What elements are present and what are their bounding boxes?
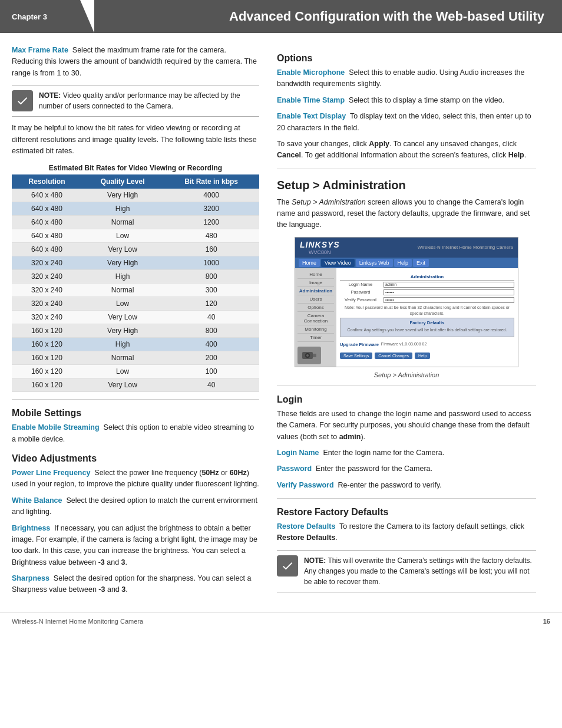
ls-nav-viewvideo[interactable]: View Video <box>321 259 355 267</box>
ls-cam-icon <box>297 347 321 364</box>
ls-login-input[interactable]: admin <box>384 282 514 288</box>
ls-factory-box: Factory Defaults Confirm: Any settings y… <box>340 318 514 337</box>
table-row: 640 x 480High3200 <box>12 202 259 216</box>
ls-sidebar-timer[interactable]: Timer <box>297 334 334 342</box>
50hz-label: 50Hz <box>201 469 219 477</box>
note-content-1: Video quality and/or performance may be … <box>39 91 240 110</box>
enable-timestamp-text: Enable Time Stamp Select this to display… <box>277 95 536 106</box>
divider-4 <box>277 498 536 499</box>
setup-italic: Setup > Administration <box>292 198 366 206</box>
page-title-bar: Advanced Configuration with the Web-base… <box>94 0 562 33</box>
note-box-1: NOTE: Video quality and/or performance m… <box>12 85 259 117</box>
admin-bold: admin <box>339 433 361 441</box>
cancel-label: Cancel <box>277 151 301 159</box>
cancel-note: . To cancel any unsaved changes, click <box>389 140 517 148</box>
ls-device-title: Wireless-N Internet Home Monitoring Came… <box>418 245 513 250</box>
svg-rect-3 <box>313 354 316 357</box>
screenshot-caption: Setup > Administration <box>277 371 536 378</box>
brightness-max: 3 <box>121 558 125 566</box>
ls-nav-linksys[interactable]: Linksys Web <box>356 259 393 267</box>
table-row: 160 x 120Very Low40 <box>12 378 259 392</box>
chapter-label: Chapter 3 <box>12 12 47 21</box>
ls-help-btn[interactable]: Help <box>415 353 430 359</box>
video-adjustments-heading: Video Adjustments <box>12 453 259 464</box>
restore-link: Restore Defaults <box>277 533 335 542</box>
table-title: Estimated Bit Rates for Video Viewing or… <box>12 164 259 172</box>
table-row: 640 x 480Normal1200 <box>12 216 259 229</box>
login-name-term: Login Name <box>277 449 319 457</box>
ls-logo: LINKSYS WVC80N <box>300 240 340 255</box>
ls-button-row: Save Settings Cancel Changes Help <box>340 353 514 359</box>
login-heading: Login <box>277 394 536 405</box>
ls-sidebar-camera[interactable]: Camera Connection <box>297 312 334 325</box>
table-row: 160 x 120Low100 <box>12 365 259 378</box>
ls-main-area: Administration Login Name admin Password… <box>336 268 518 367</box>
restore-heading: Restore Factory Defaults <box>277 507 536 518</box>
table-row: 320 x 240Very Low40 <box>12 311 259 324</box>
bit-rate-table: Resolution Quality Level Bit Rate in kbp… <box>12 174 259 392</box>
ls-sidebar-options[interactable]: Options <box>297 304 334 312</box>
ls-firmware-row: Upgrade Firmware Firmware v1.0.03.008 02 <box>340 340 514 349</box>
sharpness-min: -3 <box>98 585 105 594</box>
ls-sidebar-users[interactable]: Users <box>297 295 334 304</box>
login-name-text: Login Name Enter the login name for the … <box>277 447 536 459</box>
right-column: Options Enable Microphone Select this to… <box>277 45 536 601</box>
svg-point-2 <box>306 354 309 357</box>
password-desc: Enter the password for the Camera. <box>316 465 432 473</box>
ls-admin-title: Administration <box>340 274 514 281</box>
brightness-term: Brightness <box>12 524 50 532</box>
white-balance-text: White Balance Select the desired option … <box>12 495 259 518</box>
note-text-2: NOTE: This will overwrite the Camera's s… <box>304 555 536 587</box>
verify-password-term: Verify Password <box>277 481 334 489</box>
mobile-settings-heading: Mobile Settings <box>12 408 259 419</box>
table-row: 160 x 120High400 <box>12 338 259 351</box>
linksys-screenshot: LINKSYS WVC80N Wireless-N Internet Home … <box>295 237 518 367</box>
ls-nav-home[interactable]: Home <box>299 259 320 267</box>
note-text-1: NOTE: Video quality and/or performance m… <box>39 90 259 111</box>
table-row: 320 x 240Low120 <box>12 297 259 311</box>
login-desc: These fields are used to change the logi… <box>277 409 536 443</box>
power-line-text: Power Line Frequency Select the power li… <box>12 467 259 490</box>
note-label-2: NOTE: <box>304 556 326 565</box>
enable-mobile-term: Enable Mobile Streaming <box>12 423 100 431</box>
ls-header: LINKSYS WVC80N Wireless-N Internet Home … <box>295 238 518 258</box>
ls-password-input[interactable]: •••••• <box>384 289 514 295</box>
divider-1 <box>12 399 259 400</box>
ls-sidebar-image[interactable]: Image <box>297 279 334 287</box>
table-row: 160 x 120Very High800 <box>12 324 259 338</box>
col-quality: Quality Level <box>82 174 163 189</box>
divider-2 <box>277 169 536 169</box>
enable-text-display-text: Enable Text Display To display text on t… <box>277 111 536 134</box>
ls-sidebar-admin[interactable]: Administration <box>297 287 334 295</box>
ls-login-label: Login Name <box>340 282 381 287</box>
bit-rate-table-container: Estimated Bit Rates for Video Viewing or… <box>12 164 259 392</box>
enable-mobile-text: Enable Mobile Streaming Select this opti… <box>12 422 259 445</box>
page-title: Advanced Configuration with the Web-base… <box>229 9 544 24</box>
ls-sidebar-home[interactable]: Home <box>297 271 334 279</box>
period: . <box>524 151 526 159</box>
table-row: 320 x 240Normal300 <box>12 284 259 297</box>
ls-save-btn[interactable]: Save Settings <box>340 353 372 359</box>
ls-password-note: Note: Your password must be less than 32… <box>340 305 514 317</box>
ls-login-row: Login Name admin <box>340 282 514 288</box>
login-name-desc: Enter the login name for the Camera. <box>323 449 445 457</box>
table-body: 640 x 480Very High4000640 x 480High32006… <box>12 189 259 392</box>
ls-password-label: Password <box>340 289 381 295</box>
sharpness-max: 3 <box>121 585 125 594</box>
ls-verify-row: Verify Password •••••• <box>340 297 514 303</box>
60hz-label: 60Hz <box>230 469 247 477</box>
camera-icon <box>302 350 316 361</box>
ls-verify-input[interactable]: •••••• <box>384 297 514 303</box>
screenshot-figure: LINKSYS WVC80N Wireless-N Internet Home … <box>277 237 536 378</box>
max-frame-rate-term: Max Frame Rate <box>12 46 68 54</box>
restore-desc: To restore the Camera to its factory def… <box>339 522 524 531</box>
ls-sidebar: Home Image Administration Users Options … <box>295 268 336 367</box>
restore-text: Restore Defaults To restore the Camera t… <box>277 521 536 544</box>
max-frame-rate-text: Max Frame Rate Select the maximum frame … <box>12 45 259 79</box>
ls-nav-help[interactable]: Help <box>394 259 412 267</box>
ls-cancel-btn[interactable]: Cancel Changes <box>375 353 412 359</box>
verify-password-desc: Re-enter the password to verify. <box>338 481 442 489</box>
ls-nav-exit[interactable]: Exit <box>413 259 429 267</box>
sharpness-term: Sharpness <box>12 574 49 582</box>
ls-sidebar-monitoring[interactable]: Monitoring <box>297 325 334 334</box>
